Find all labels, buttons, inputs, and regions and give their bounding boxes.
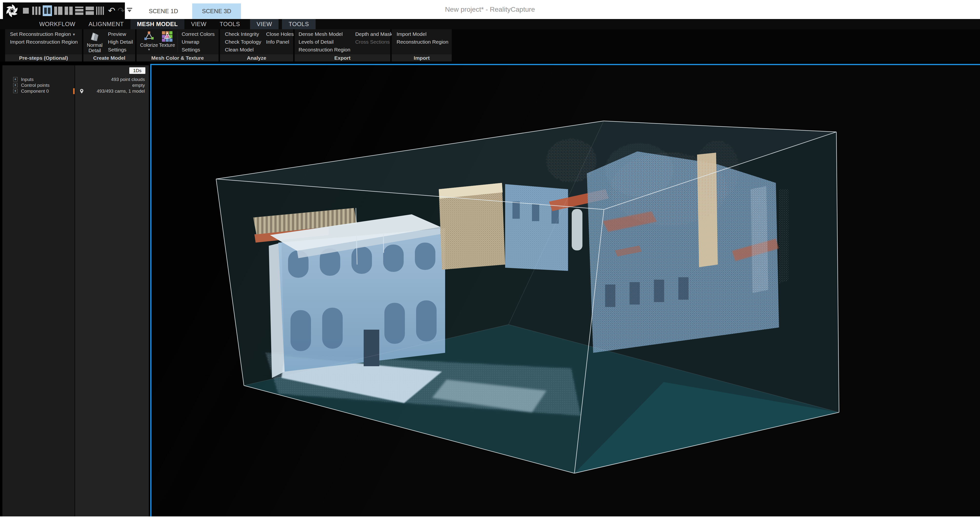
view-1ds-button[interactable]: 1Ds [129, 67, 145, 74]
depth-and-mask-button[interactable]: Depth and Mask [354, 30, 394, 38]
tab-alignment[interactable]: ALIGNMENT [82, 19, 130, 29]
layout-two-pane-selected-icon[interactable] [43, 5, 52, 16]
tab-mesh-model[interactable]: MESH MODEL [130, 19, 185, 29]
create-settings-button[interactable]: Settings [107, 46, 134, 54]
clean-model-button[interactable]: Clean Model [223, 46, 262, 54]
group-label-import: Import [392, 54, 452, 62]
pin-ribbon-icon[interactable] [127, 8, 132, 13]
group-export: Dense Mesh Model Levels of Detail Recons… [294, 29, 390, 62]
tree-label-component-0: Component 0 [21, 88, 49, 94]
export-dense-mesh-button[interactable]: Dense Mesh Model [297, 30, 352, 38]
group-label-create-model: Create Model [83, 54, 135, 62]
group-label-export: Export [294, 54, 390, 62]
info-panel-button[interactable]: Info Panel [265, 38, 295, 46]
quick-access-toolbar: ↶ ↷ [3, 2, 125, 19]
import-reconstruction-region-button2[interactable]: Reconstruction Region [395, 38, 450, 46]
tree-value-control-points: empty [75, 83, 149, 88]
control-points-count: empty [75, 83, 149, 88]
tab-context-tools[interactable]: TOOLS [282, 19, 315, 29]
location-pin-icon [80, 89, 84, 94]
tree-row-component-0[interactable]: + Component 0 [2, 88, 75, 94]
tab-view[interactable]: VIEW [185, 19, 213, 29]
layout-single-view-icon[interactable] [22, 6, 30, 15]
layout-three-columns-icon[interactable] [32, 6, 40, 15]
bottom-strip [0, 517, 980, 523]
tab-scene-3d[interactable]: SCENE 3D [192, 3, 241, 19]
tree-label-control-points: Control points [21, 83, 49, 88]
check-integrity-button[interactable]: Check Integrity [223, 30, 262, 38]
expand-icon[interactable]: + [13, 83, 18, 87]
redo-icon[interactable]: ↷ [118, 6, 125, 15]
tab-context-view[interactable]: VIEW [250, 19, 278, 29]
tab-scene-1d[interactable]: SCENE 1D [137, 3, 190, 19]
component-0-summary: 493/493 cams, 1 model [75, 88, 149, 94]
chevron-down-icon: ▾ [148, 48, 150, 51]
layout-grid-icon[interactable] [65, 6, 73, 15]
group-label-presteps: Pre-steps (Optional) [5, 54, 82, 62]
ribbon-tab-strip: WORKFLOW ALIGNMENT MESH MODEL VIEW TOOLS… [0, 19, 980, 29]
colorize-button[interactable]: Colorize ▾ [140, 30, 158, 54]
tab-tools[interactable]: TOOLS [213, 19, 247, 29]
group-presteps: Set Reconstruction Region▾ Import Recons… [5, 29, 82, 62]
title-bar: New project* - RealityCapture [0, 0, 980, 19]
undo-icon[interactable]: ↶ [108, 6, 115, 15]
normal-detail-icon [89, 31, 100, 42]
layout-columns-dense-icon[interactable] [96, 6, 104, 15]
correct-colors-button[interactable]: Correct Colors [180, 30, 216, 38]
layout-mosaic-icon[interactable] [86, 6, 94, 15]
group-analyze: Check Integrity Check Topology Clean Mod… [220, 29, 293, 62]
scene-tree-values-column [75, 65, 149, 517]
export-lod-button[interactable]: Levels of Detail [297, 38, 352, 46]
tree-value-inputs: 493 point clouds [75, 76, 149, 83]
set-reconstruction-region-label: Set Reconstruction Region [10, 31, 71, 37]
texture-settings-button[interactable]: Settings [180, 46, 216, 54]
expand-icon[interactable]: + [13, 89, 18, 93]
normal-detail-button[interactable]: Normal Detail [87, 30, 102, 54]
tab-workflow[interactable]: WORKFLOW [33, 19, 82, 29]
import-reconstruction-region-button[interactable]: Import Reconstruction Region [8, 38, 79, 46]
tree-value-component-0: 493/493 cams, 1 model [75, 88, 149, 94]
cross-sections-button: Cross Sections [354, 38, 394, 46]
scene-tree-panel: 1Ds + Inputs 493 point clouds + Control … [2, 65, 149, 517]
realitycapture-window: New project* - RealityCapture [0, 0, 980, 523]
layout-rows-icon[interactable] [75, 6, 83, 15]
tree-label-inputs: Inputs [21, 76, 33, 83]
ribbon: Set Reconstruction Region▾ Import Recons… [0, 29, 980, 62]
texture-button[interactable]: Texture [158, 30, 176, 54]
close-holes-button[interactable]: Close Holes [265, 30, 295, 38]
check-topology-button[interactable]: Check Topology [223, 38, 262, 46]
texture-icon [161, 31, 173, 42]
group-label-analyze: Analyze [220, 54, 293, 62]
scene-3d-canvas [151, 65, 980, 517]
export-reconstruction-region-button[interactable]: Reconstruction Region [297, 46, 352, 54]
import-model-button[interactable]: Import Model [395, 30, 450, 38]
unwrap-button[interactable]: Unwrap [180, 38, 216, 46]
group-label-mesh-color-texture: Mesh Color & Texture [137, 54, 218, 62]
high-detail-button[interactable]: High Detail [107, 38, 134, 46]
realitycapture-logo[interactable] [5, 3, 19, 18]
colorize-icon [143, 31, 154, 42]
tree-row-inputs[interactable]: + Inputs [2, 76, 75, 83]
set-reconstruction-region-button[interactable]: Set Reconstruction Region▾ [8, 30, 79, 38]
preview-button[interactable]: Preview [107, 30, 134, 38]
component-accent-bar [73, 88, 75, 94]
scene-3d-viewport[interactable] [150, 64, 980, 517]
colorize-label: Colorize [140, 43, 158, 48]
inputs-count: 493 point clouds [75, 76, 149, 83]
group-import: Import Model Reconstruction Region Impor… [392, 29, 452, 62]
layout-split-left-icon[interactable] [54, 6, 62, 15]
expand-icon[interactable]: + [13, 77, 18, 81]
tree-row-control-points[interactable]: + Control points [2, 83, 75, 88]
chevron-down-icon: ▾ [73, 32, 75, 37]
normal-detail-label: Normal Detail [87, 43, 102, 53]
group-mesh-color-texture: Colorize ▾ Texture Correct Colors Unwrap [137, 29, 218, 62]
texture-label: Texture [159, 43, 175, 48]
group-create-model: Normal Detail Preview High Detail Settin… [83, 29, 135, 62]
